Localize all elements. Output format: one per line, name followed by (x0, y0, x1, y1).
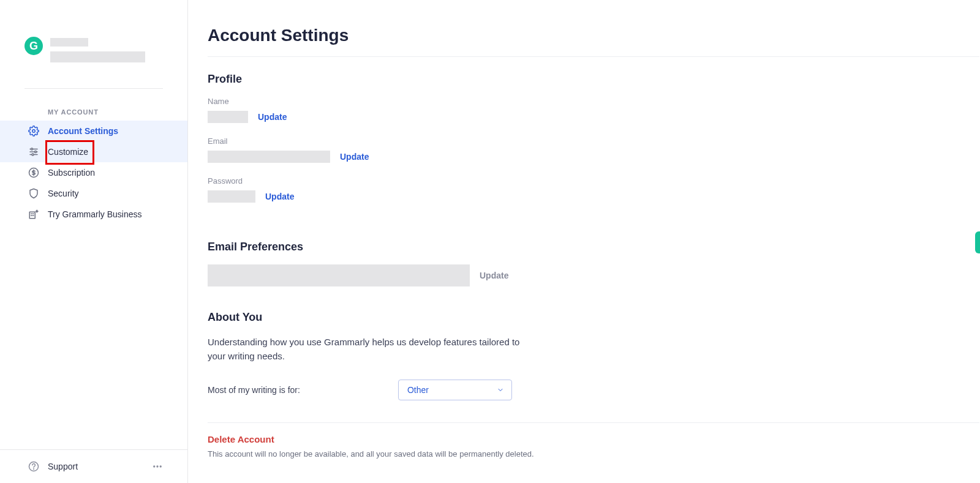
profile-text (50, 38, 145, 62)
email-value-redacted (208, 151, 330, 163)
svg-point-16 (157, 466, 158, 467)
sidebar-item-label: Security (48, 189, 79, 198)
nav-section-label: MY ACCOUNT (48, 108, 187, 116)
email-prefs-heading: Email Preferences (208, 241, 980, 253)
brand-avatar: G (24, 37, 43, 55)
gear-icon (28, 125, 39, 137)
email-prefs-value-redacted (208, 264, 470, 286)
email-update-link[interactable]: Update (340, 152, 369, 162)
dollar-circle-icon (28, 167, 39, 178)
writing-purpose-select[interactable]: Other (398, 380, 512, 400)
sidebar-item-account-settings[interactable]: Account Settings (0, 121, 187, 141)
about-heading: About You (208, 311, 980, 324)
email-row: Update (208, 151, 980, 163)
sidebar-nav: Account Settings Customize Subscription … (0, 121, 187, 225)
title-rule (208, 56, 979, 57)
password-row: Update (208, 190, 980, 203)
email-label: Email (208, 137, 980, 146)
profile-email-redacted (50, 51, 145, 62)
name-row: Update (208, 111, 980, 123)
chevron-down-icon (497, 386, 504, 394)
sidebar-item-label: Customize (48, 147, 88, 157)
sidebar-item-label: Account Settings (48, 126, 118, 136)
name-field: Name Update (208, 97, 980, 123)
delete-account-text: This account will no longer be available… (208, 449, 980, 459)
sidebar-item-try-business[interactable]: Try Grammarly Business (0, 204, 187, 225)
password-update-link[interactable]: Update (265, 192, 294, 201)
password-value-redacted (208, 190, 255, 203)
sidebar-item-label: Try Grammarly Business (48, 209, 142, 219)
name-label: Name (208, 97, 980, 106)
profile-name-redacted (50, 38, 88, 47)
more-horizontal-icon[interactable] (152, 461, 163, 472)
svg-point-4 (31, 148, 33, 150)
profile-heading: Profile (208, 73, 980, 86)
page-title: Account Settings (208, 26, 980, 45)
support-link[interactable]: Support (48, 462, 78, 471)
email-prefs-row: Update (208, 264, 980, 286)
help-circle-icon (28, 461, 39, 472)
select-value: Other (407, 385, 429, 395)
svg-point-15 (154, 466, 155, 467)
about-prompt: Most of my writing is for: (208, 385, 300, 395)
sidebar: G MY ACCOUNT Account Settings Customize (0, 0, 188, 483)
svg-point-6 (32, 154, 34, 155)
svg-point-17 (160, 466, 161, 467)
password-label: Password (208, 176, 980, 185)
building-spark-icon (28, 209, 39, 220)
svg-point-14 (34, 469, 34, 470)
password-field: Password Update (208, 176, 980, 203)
svg-point-0 (32, 130, 36, 133)
shield-icon (28, 188, 39, 199)
sidebar-item-label: Subscription (48, 168, 95, 178)
sidebar-footer: Support (0, 449, 187, 483)
section-rule (208, 422, 979, 423)
sidebar-separator (24, 88, 163, 89)
email-prefs-update-link[interactable]: Update (480, 271, 508, 280)
svg-rect-8 (29, 212, 35, 219)
delete-account-heading[interactable]: Delete Account (208, 434, 980, 444)
email-field: Email Update (208, 137, 980, 163)
about-row: Most of my writing is for: Other (208, 380, 980, 400)
floating-widget-tab[interactable] (975, 231, 980, 253)
sidebar-item-security[interactable]: Security (0, 183, 187, 204)
name-value-redacted (208, 111, 248, 123)
sidebar-item-subscription[interactable]: Subscription (0, 162, 187, 183)
sidebar-profile: G (0, 0, 187, 75)
about-description: Understanding how you use Grammarly help… (208, 335, 538, 364)
svg-point-5 (35, 151, 37, 153)
main-content: Account Settings Profile Name Update Ema… (188, 0, 980, 483)
sliders-icon (28, 146, 39, 157)
profile-row: G (24, 38, 163, 62)
name-update-link[interactable]: Update (258, 112, 287, 122)
sidebar-item-customize[interactable]: Customize (0, 141, 187, 162)
